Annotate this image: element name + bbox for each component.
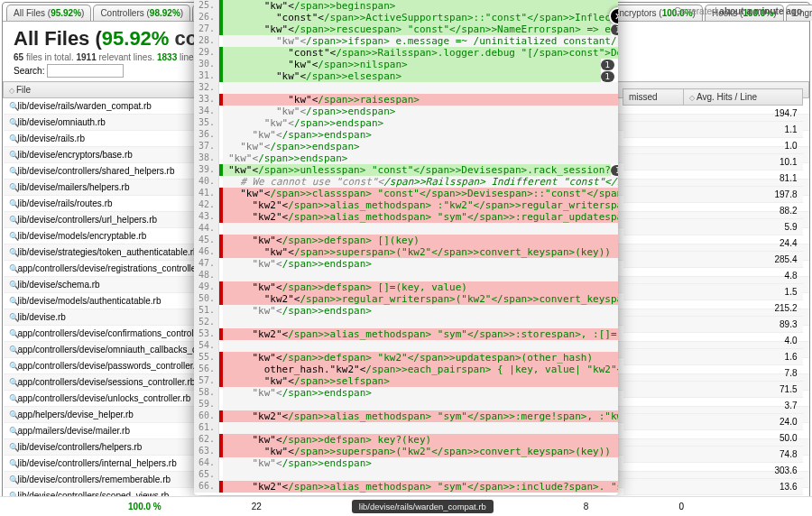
line-number: 41. [194,188,219,199]
magnifier-icon: 🔍 [9,183,18,192]
line-number: 27. [194,23,219,35]
table-row: 197.8 [623,187,803,203]
magnifier-icon: 🔍 [9,459,18,468]
file-name: lib/devise/omniauth.rb [18,117,106,127]
avg-hits: 4.0 [683,333,802,349]
magnifier-icon: 🔍 [9,134,18,143]
code-line: 62. "kw"</span>>defspan> key?(key) [194,434,618,446]
hit-count: 1 [601,60,614,70]
generated-label: Generated about a minute ago [674,6,802,16]
file-name: lib/devise.rb [18,312,66,322]
line-number: 29. [194,47,219,59]
code-line: 29. "const"</span>>Railsspan>.logger.deb… [194,47,618,59]
code-line: 45. "kw"</span>>defspan> [](key) [194,235,618,246]
code-line: 50. "kw2"</span>>regular_writerspan>("kw… [194,293,618,305]
table-row: 1.0 [623,138,803,154]
line-number: 33. [194,94,219,106]
line-number: 57. [194,375,219,387]
avg-hits: 24.0 [683,414,802,430]
hit-count: 185 [611,24,618,35]
col-avg[interactable]: ◇Avg. Hits / Line [683,89,802,106]
file-name: lib/devise/strategies/token_authenticata… [18,247,198,257]
table-row: 10.1 [623,154,803,170]
tab-all-files[interactable]: All Files (95.92%) [6,5,91,21]
magnifier-icon: 🔍 [9,346,18,355]
line-number: 55. [194,352,219,364]
code-line: 33. "kw"</span>>raisespan> [194,94,618,106]
avg-hits: 7.8 [683,365,802,382]
line-number: 28. [194,35,219,47]
avg-hits: 215.2 [683,300,802,317]
magnifier-icon: 🔍 [9,264,18,273]
code-line: 58. "kw"</span>>endspan> [194,387,618,399]
file-name: lib/devise/mailers/helpers.rb [18,182,130,192]
code-line: 43. "kw2"</span>>alias_methodspan> "sym"… [194,211,618,223]
table-row: 4.0 [623,333,803,349]
line-number: 61. [194,422,219,434]
line-number: 62. [194,434,219,446]
avg-hits: 1.0 [683,138,802,154]
file-name: app/controllers/devise/unlocks_controlle… [18,393,191,403]
code-line: 55. "kw"</span>>defspan> "kw2"</span>>up… [194,352,618,364]
file-name: app/controllers/devise/confirmations_con… [18,328,196,338]
file-name: lib/devise/controllers/shared_helpers.rb [18,166,175,176]
file-name: lib/devise/models/authenticatable.rb [18,296,161,306]
code-line: 52. [194,317,618,328]
table-row: 74.8 [623,447,803,463]
col-missed[interactable]: missed [623,89,684,106]
magnifier-icon: 🔍 [9,297,18,306]
avg-hits: 88.2 [683,203,802,219]
avg-hits: 81.1 [683,170,802,187]
table-row: 1.1 [623,122,803,138]
table-row: 194.7 [623,106,803,122]
file-name: lib/devise/controllers/url_helpers.rb [18,215,158,225]
line-number: 34. [194,106,219,117]
code-line: 41. "kw"</span>>classspan> "const"</span… [194,188,618,199]
magnifier-icon: 🔍 [9,329,18,338]
line-number: 43. [194,211,219,223]
table-row: 215.2 [623,300,803,317]
file-name: lib/devise/controllers/internal_helpers.… [18,458,177,468]
code-line: 36. "kw"</span>>endspan> [194,129,618,141]
file-name: lib/devise/models/encryptable.rb [18,231,147,241]
table-row: 81.1 [623,170,803,187]
code-line: 63. "kw"</span>>superspan>("kw2"</span>>… [194,446,618,457]
code-line: 28. "kw"</span>>ifspan> e.message =~ /un… [194,35,618,47]
file-name: lib/devise/controllers/rememberable.rb [18,475,171,484]
code-line: 65. [194,469,618,481]
magnifier-icon: 🔍 [9,475,18,484]
table-row: 1.6 [623,349,803,365]
code-line: 47. "kw"</span>>endspan> [194,258,618,270]
code-line: 54. [194,340,618,352]
line-number: 35. [194,117,219,129]
file-name: app/controllers/devise/sessions_controll… [18,377,196,387]
file-name: app/controllers/devise/omniauth_callback… [18,345,202,355]
tab-controllers[interactable]: Controllers (98.92%) [93,5,190,21]
magnifier-icon: 🔍 [9,281,18,290]
file-name: lib/devise/encryptors/base.rb [18,150,133,160]
code-line: 32. [194,82,618,94]
search-input[interactable] [47,64,124,78]
file-name: app/controllers/devise/registrations_con… [18,263,197,273]
avg-hits: 197.8 [683,187,802,203]
code-line: 25. "kw"</span>>beginspan> [194,0,618,12]
avg-hits: 74.8 [683,447,802,463]
code-line: 27. "kw"</span>>rescuespan> "const"</spa… [194,23,618,35]
code-line: 49. "kw"</span>>defspan> []=(key, value) [194,281,618,293]
code-line: 26. "const"</span>>ActiveSupportspan>::"… [194,12,618,23]
magnifier-icon: 🔍 [9,118,18,127]
magnifier-icon: 🔍 [9,362,18,371]
line-number: 30. [194,59,219,70]
line-number: 54. [194,340,219,352]
file-name: lib/devise/rails/routes.rb [18,198,113,208]
line-number: 58. [194,387,219,399]
code-line: 44. [194,223,618,235]
avg-hits: 1.6 [683,349,802,365]
line-number: 66. [194,481,219,493]
avg-hits: 10.1 [683,154,802,170]
avg-hits: 194.7 [683,106,802,122]
magnifier-icon: 🔍 [9,410,18,419]
magnifier-icon: 🔍 [9,313,18,322]
footer-pct: 100.0 % [128,502,161,511]
code-line: 38."kw"</span>>endspan> [194,152,618,164]
